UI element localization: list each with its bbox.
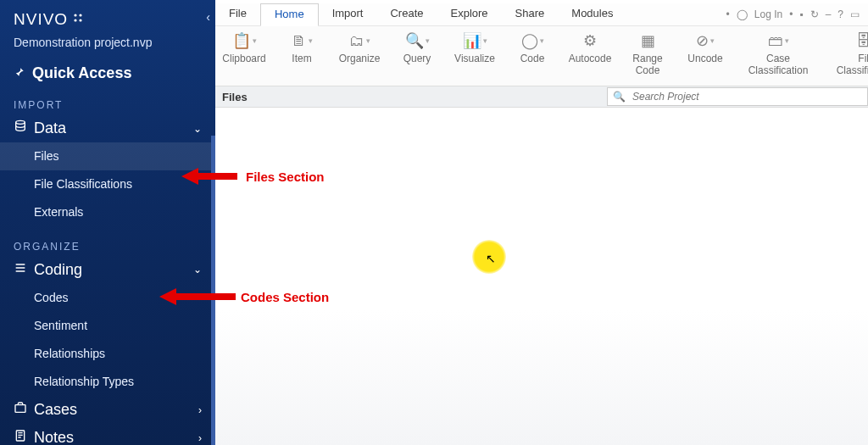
tab-file[interactable]: File bbox=[215, 3, 260, 25]
ribbon-autocode[interactable]: ⚙ Autocode bbox=[561, 26, 619, 86]
organize-icon: 🗂 bbox=[349, 33, 364, 48]
svg-point-4 bbox=[16, 120, 25, 124]
dropdown-icon: ▾ bbox=[710, 37, 715, 45]
window-icon[interactable]: ▭ bbox=[850, 8, 860, 20]
ribbon-clipboard[interactable]: 📋▾ Clipboard bbox=[215, 26, 273, 86]
ribbon-label: Autocode bbox=[569, 53, 612, 65]
content-area: ↖ bbox=[215, 108, 868, 445]
chevron-down-icon: ⌄ bbox=[193, 123, 202, 135]
ribbon-label: Query bbox=[403, 53, 431, 65]
ribbon-label: Organize bbox=[339, 53, 381, 65]
list-icon bbox=[14, 261, 27, 279]
ribbon-file-classification[interactable]: 🗄▾ File Classification bbox=[822, 26, 868, 86]
group-coding[interactable]: Coding ⌄ bbox=[0, 256, 215, 284]
app-name: NVIVO bbox=[14, 10, 68, 29]
rangecode-icon: ▦ bbox=[641, 33, 655, 48]
group-cases-label: Cases bbox=[34, 401, 77, 419]
cursor-highlight bbox=[472, 240, 506, 274]
ribbon-visualize[interactable]: 📊▾ Visualize bbox=[446, 26, 504, 86]
group-data-label: Data bbox=[34, 120, 66, 137]
file-icon: 🗎 bbox=[292, 33, 307, 48]
cursor-icon: ↖ bbox=[486, 252, 496, 265]
group-notes[interactable]: Notes › bbox=[0, 424, 215, 445]
ribbon-label: Clipboard bbox=[222, 53, 265, 65]
tab-home[interactable]: Home bbox=[260, 3, 319, 26]
file-class-icon: 🗄 bbox=[856, 33, 869, 48]
ribbon-item[interactable]: 🗎▾ Item bbox=[273, 26, 331, 86]
dropdown-icon: ▾ bbox=[253, 37, 257, 45]
group-data[interactable]: Data ⌄ bbox=[0, 114, 215, 142]
user-icon[interactable]: ◯ bbox=[737, 8, 748, 20]
query-icon: 🔍 bbox=[405, 33, 424, 48]
quick-access-button[interactable]: Quick Access bbox=[0, 53, 215, 86]
tab-import[interactable]: Import bbox=[319, 3, 377, 25]
ribbon-code[interactable]: ◯▾ Code bbox=[504, 26, 561, 86]
sidebar-item-label: Externals bbox=[34, 205, 83, 219]
ribbon-label: Item bbox=[292, 53, 311, 65]
dash-icon[interactable]: – bbox=[826, 8, 832, 20]
chevron-down-icon: ⌄ bbox=[193, 264, 202, 275]
save-icon[interactable]: ▪ bbox=[799, 8, 803, 20]
sidebar-item-file-classifications[interactable]: File Classifications bbox=[0, 170, 215, 198]
dropdown-icon: ▾ bbox=[483, 37, 487, 45]
dropdown-icon: ▾ bbox=[366, 37, 370, 45]
ribbon-label: Code bbox=[520, 53, 545, 65]
ribbon-label: File Classification bbox=[837, 53, 868, 77]
logo-dots-icon bbox=[73, 13, 85, 27]
help-icon[interactable]: ? bbox=[837, 8, 843, 20]
note-icon bbox=[14, 429, 27, 445]
dropdown-icon: ▾ bbox=[309, 37, 313, 45]
menu-tabs: File Home Import Create Explore Share Mo… bbox=[215, 3, 868, 26]
sidebar-item-label: Relationship Types bbox=[34, 375, 134, 388]
svg-point-0 bbox=[75, 14, 77, 16]
sidebar-item-relationships[interactable]: Relationships bbox=[0, 340, 215, 368]
sidebar-item-label: Files bbox=[34, 149, 59, 163]
tab-modules[interactable]: Modules bbox=[558, 3, 626, 25]
main-area: File Home Import Create Explore Share Mo… bbox=[215, 0, 868, 445]
quick-access-label: Quick Access bbox=[32, 64, 131, 82]
collapse-sidebar-icon[interactable]: ‹ bbox=[206, 10, 210, 24]
briefcase-icon bbox=[14, 401, 27, 419]
dot-icon[interactable]: • bbox=[726, 8, 730, 20]
tab-create[interactable]: Create bbox=[376, 3, 437, 25]
sidebar-item-sentiment[interactable]: Sentiment bbox=[0, 312, 215, 340]
code-icon: ◯ bbox=[521, 33, 538, 48]
group-cases[interactable]: Cases › bbox=[0, 396, 215, 424]
search-box[interactable]: 🔍 bbox=[607, 87, 868, 106]
breadcrumb: Files bbox=[215, 91, 248, 103]
ribbon-uncode[interactable]: ⊘▾ Uncode bbox=[676, 26, 734, 86]
ribbon-organize[interactable]: 🗂▾ Organize bbox=[331, 26, 388, 86]
ribbon-case-classification[interactable]: 🗃▾ Case Classification bbox=[734, 26, 822, 86]
sep-icon: • bbox=[789, 8, 793, 20]
group-coding-label: Coding bbox=[34, 261, 82, 279]
sidebar-item-externals[interactable]: Externals bbox=[0, 198, 215, 226]
tab-share[interactable]: Share bbox=[502, 3, 559, 25]
tab-explore[interactable]: Explore bbox=[437, 3, 502, 25]
search-icon: 🔍 bbox=[608, 91, 631, 103]
sidebar-item-label: Codes bbox=[34, 291, 68, 304]
uncode-icon: ⊘ bbox=[696, 33, 709, 48]
project-name: Demonstration project.nvp bbox=[14, 36, 202, 49]
ribbon-label: Visualize bbox=[454, 53, 495, 65]
refresh-icon[interactable]: ↻ bbox=[810, 8, 819, 20]
ribbon-label: Case Classification bbox=[748, 53, 809, 77]
dropdown-icon: ▾ bbox=[426, 37, 430, 45]
ribbon-range-code[interactable]: ▦ Range Code bbox=[619, 26, 676, 86]
ribbon-label: Range Code bbox=[632, 53, 662, 77]
dropdown-icon: ▾ bbox=[540, 37, 544, 45]
breadcrumb-bar: Files 🔍 bbox=[215, 86, 868, 108]
sidebar-item-relationship-types[interactable]: Relationship Types bbox=[0, 368, 215, 396]
sidebar-item-label: Relationships bbox=[34, 347, 105, 360]
ribbon-label: Uncode bbox=[687, 53, 722, 65]
sidebar-item-codes[interactable]: Codes bbox=[0, 284, 215, 312]
dropdown-icon: ▾ bbox=[785, 37, 789, 45]
sidebar-item-files[interactable]: Files bbox=[0, 142, 215, 170]
ribbon: 📋▾ Clipboard 🗎▾ Item 🗂▾ Organize 🔍▾ Quer… bbox=[215, 26, 868, 86]
search-input[interactable] bbox=[631, 90, 867, 103]
svg-point-2 bbox=[75, 19, 77, 21]
chart-icon: 📊 bbox=[463, 33, 481, 48]
svg-rect-5 bbox=[15, 405, 25, 413]
login-link[interactable]: Log In bbox=[754, 8, 782, 20]
autocode-icon: ⚙ bbox=[583, 33, 597, 48]
ribbon-query[interactable]: 🔍▾ Query bbox=[388, 26, 446, 86]
